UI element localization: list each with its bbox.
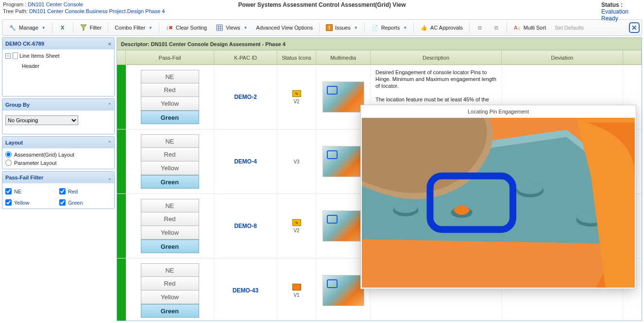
set-defaults-label: Set Defaults xyxy=(555,25,584,31)
kpac-link[interactable]: DEMO-2 xyxy=(214,65,277,129)
passfail-option-ne[interactable]: NE xyxy=(141,199,199,212)
grid-header: Pass-Fail K-PAC ID Status Icons Multimed… xyxy=(117,50,642,65)
kpac-link[interactable]: DEMO-8 xyxy=(214,194,277,258)
layout-option-param[interactable]: Parameter Layout xyxy=(5,159,111,167)
preview-image xyxy=(362,118,635,288)
passfail-option-red[interactable]: Red xyxy=(141,212,199,226)
passfail-option-yellow[interactable]: Yellow xyxy=(141,97,199,111)
status-cell: ∿V2 xyxy=(277,194,316,258)
clear-sorting-button[interactable]: ↕✖ Clear Sorting xyxy=(161,21,211,34)
paste-button[interactable]: ⧉ xyxy=(488,21,505,34)
passfail-option-yellow[interactable]: Yellow xyxy=(141,291,199,304)
row-status-stripe xyxy=(117,129,126,194)
version-label: V2 xyxy=(293,228,299,233)
filter-label: Filter xyxy=(90,25,102,31)
close-icon: ✕ xyxy=(631,24,637,32)
col-kpac[interactable]: K-PAC ID xyxy=(214,50,277,65)
svg-point-10 xyxy=(394,202,417,213)
views-button[interactable]: Views ▼ xyxy=(211,21,252,34)
report-icon: 📄 xyxy=(371,24,379,32)
toolbar: 🔧 Manage ▼ X Filter Combo Filter ▼ ↕✖ Cl… xyxy=(2,19,642,36)
passfail-option-ne[interactable]: NE xyxy=(141,134,199,148)
thumbnail-image[interactable] xyxy=(322,210,364,242)
filter-button[interactable]: Filter xyxy=(75,21,106,34)
page-title: Power Systems Assessment Control Assessm… xyxy=(0,1,644,8)
layout-option-grid[interactable]: Assessment(Grid) Layout xyxy=(5,150,111,159)
thumbnail-image[interactable] xyxy=(322,81,364,113)
issues-label: Issues xyxy=(335,25,351,31)
pf-filter-yellow[interactable]: Yellow xyxy=(5,198,57,207)
tree-child-item[interactable]: Header xyxy=(5,60,111,69)
pulse-icon: ∿ xyxy=(292,90,301,97)
status-cell: V1 xyxy=(277,258,316,321)
chevron-down-icon[interactable]: ⌄ xyxy=(108,175,111,181)
tree-collapse-icon[interactable]: − xyxy=(5,53,11,59)
status-cell: ∿V2 xyxy=(277,65,316,129)
passfail-option-green[interactable]: Green xyxy=(141,240,199,253)
passfail-option-ne[interactable]: NE xyxy=(141,70,199,83)
passfail-option-ne[interactable]: NE xyxy=(141,263,199,277)
pulse-icon: ∿ xyxy=(292,219,301,226)
kpac-link[interactable]: DEMO-4 xyxy=(214,129,277,194)
svg-rect-0 xyxy=(217,25,222,31)
image-preview-popup: Locating Pin Engagement xyxy=(360,105,636,289)
combo-filter-button[interactable]: Combo Filter ▼ xyxy=(110,21,157,34)
thumbnail-image[interactable] xyxy=(322,146,364,177)
manage-label: Manage xyxy=(19,25,38,31)
passfail-option-green[interactable]: Green xyxy=(141,304,199,318)
advanced-view-button[interactable]: Advanced View Options xyxy=(252,21,317,34)
manage-button[interactable]: 🔧 Manage ▼ xyxy=(4,21,50,34)
col-multimedia[interactable]: Multimedia xyxy=(316,50,371,65)
pf-filter-green[interactable]: Green xyxy=(59,198,111,207)
chevron-down-icon: ▼ xyxy=(42,26,46,30)
tree-root-label: Line Items Sheet xyxy=(19,53,60,59)
chevron-up-icon[interactable]: ⌃ xyxy=(108,140,111,146)
ac-approvals-label: AC Approvals xyxy=(430,25,463,31)
clear-sort-icon: ↕✖ xyxy=(166,24,173,32)
passfail-option-red[interactable]: Red xyxy=(141,83,199,97)
passfail-option-green[interactable]: Green xyxy=(141,175,199,189)
passfail-cell: NERedYellowGreen xyxy=(126,258,214,321)
excel-icon: X xyxy=(59,24,67,32)
multi-sort-button[interactable]: A↓ Multi Sort xyxy=(509,21,550,34)
funnel-icon xyxy=(80,24,87,32)
tree-root-item[interactable]: − Line Items Sheet xyxy=(5,51,111,60)
pf-filter-red[interactable]: Red xyxy=(59,187,111,195)
col-passfail[interactable]: Pass-Fail xyxy=(126,50,214,65)
row-status-stripe xyxy=(117,65,126,129)
chevron-down-icon: ▼ xyxy=(243,26,247,30)
sheet-icon xyxy=(12,52,18,59)
status-label: Status : xyxy=(601,1,623,8)
col-deviation[interactable]: Deviation xyxy=(502,50,623,65)
alert-icon: ! xyxy=(326,24,333,31)
layout-radio-param[interactable] xyxy=(5,160,12,166)
copy-button[interactable]: ⧉ xyxy=(472,21,488,34)
col-status[interactable]: Status Icons xyxy=(277,50,316,65)
version-label: V1 xyxy=(293,292,299,298)
reports-button[interactable]: 📄 Reports ▼ xyxy=(367,21,411,34)
collapse-left-icon[interactable]: < xyxy=(108,41,111,47)
groupby-select[interactable]: No Grouping xyxy=(5,115,78,125)
passfail-cell: NERedYellowGreen xyxy=(126,65,214,129)
passfail-option-red[interactable]: Red xyxy=(141,277,199,291)
kpac-link[interactable]: DEMO-43 xyxy=(214,258,277,321)
passfail-option-yellow[interactable]: Yellow xyxy=(141,162,199,175)
issues-button[interactable]: ! Issues ▼ xyxy=(322,21,362,34)
pf-filter-ne[interactable]: NE xyxy=(5,187,57,195)
tree-path-link[interactable]: DN101 Center Console.Business Project.De… xyxy=(29,8,165,14)
close-button[interactable]: ✕ xyxy=(629,22,640,33)
export-excel-button[interactable]: X xyxy=(54,21,71,34)
thumbnail-image[interactable] xyxy=(322,275,364,306)
layout-radio-grid[interactable] xyxy=(5,151,12,158)
version-label: V2 xyxy=(293,99,299,104)
set-defaults-button[interactable]: Set Defaults xyxy=(550,21,588,34)
passfail-option-yellow[interactable]: Yellow xyxy=(141,226,199,240)
col-description[interactable]: Description xyxy=(371,50,502,65)
chevron-up-icon[interactable]: ⌃ xyxy=(108,102,111,108)
wrench-icon: 🔧 xyxy=(9,24,17,32)
views-label: Views xyxy=(226,25,240,31)
ac-approvals-button[interactable]: 👍 AC Approvals xyxy=(416,21,467,34)
passfail-option-green[interactable]: Green xyxy=(141,111,199,124)
passfail-option-red[interactable]: Red xyxy=(141,148,199,162)
version-label: V3 xyxy=(293,159,299,164)
